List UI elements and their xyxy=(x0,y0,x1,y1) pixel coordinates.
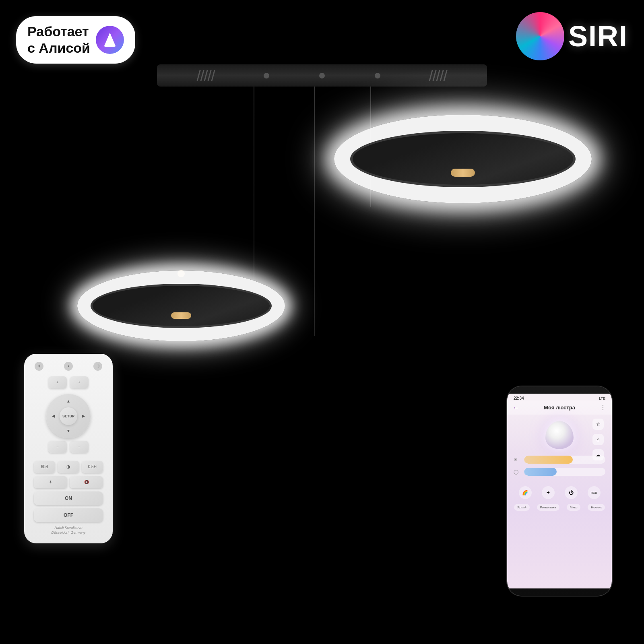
mount-screw-1 xyxy=(264,73,269,78)
remote-btn-up-left[interactable]: + xyxy=(48,376,67,388)
phone-back-btn[interactable]: ← xyxy=(513,404,519,411)
remote-icon-moon: ☽ xyxy=(93,362,102,371)
remote-top-icons: ☀ • ☽ xyxy=(31,362,106,371)
phone-ctrl-scene[interactable]: 🌈 xyxy=(519,486,532,499)
phone-header: ← Моя люстра ⋮ xyxy=(507,400,612,415)
alice-text-line2: с Алисой xyxy=(27,40,90,56)
phone-screen: 22:34 LTE ← Моя люстра ⋮ ☆ ⌂ ☁ ☀ ◯ xyxy=(507,394,612,588)
alice-text-line1: Работает xyxy=(27,23,90,40)
phone-controls-row: 🌈 ✦ ⏻ RGB xyxy=(507,483,612,502)
ceiling-mount xyxy=(157,64,487,87)
phone-brightness-slider[interactable] xyxy=(524,456,605,464)
ring-accent-large xyxy=(451,169,475,177)
phone-side-icons: ☆ ⌂ ☁ xyxy=(592,419,604,460)
phone-icon-home[interactable]: ⌂ xyxy=(592,434,604,445)
phone-ctrl-rgb[interactable]: RGB xyxy=(588,486,601,499)
remote-nav-up[interactable]: ▲ xyxy=(63,396,74,407)
remote-60s-btn[interactable]: 60S xyxy=(34,461,55,473)
remote-btn-dn-right[interactable]: − xyxy=(70,441,89,453)
phone-title: Моя люстра xyxy=(544,405,575,411)
siri-icon xyxy=(516,12,564,60)
remote-nav-right[interactable]: ▶ xyxy=(78,411,89,422)
phone-bulb-area: ☆ ⌂ ☁ xyxy=(507,415,612,452)
smartphone: 22:34 LTE ← Моя люстра ⋮ ☆ ⌂ ☁ ☀ ◯ xyxy=(507,386,612,596)
mount-screw-3 xyxy=(375,73,380,78)
phone-bulb-icon xyxy=(545,421,574,449)
remote-timer-row: 60S ◑ 0.5H xyxy=(31,461,106,473)
remote-nav-left[interactable]: ◀ xyxy=(48,411,59,422)
phone-signal: LTE xyxy=(599,396,605,400)
remote-btn-up-right[interactable]: + xyxy=(70,376,89,388)
remote-brand: Natali Kovaltseva Düsseldorf, Germany xyxy=(31,525,106,535)
phone-ctrl-color[interactable]: ✦ xyxy=(542,486,555,499)
wire-1 xyxy=(254,87,254,280)
remote-icon-sun: ☀ xyxy=(35,362,43,371)
phone-icon-star[interactable]: ☆ xyxy=(592,419,604,430)
phone-brightness-slider-row: ☀ xyxy=(514,456,605,464)
ring-body-large xyxy=(350,131,576,187)
phone-notch xyxy=(543,386,576,394)
remote-setup-btn[interactable]: SETUP xyxy=(60,407,77,425)
ring-light-large xyxy=(338,119,588,199)
siri-badge: SIRI xyxy=(516,12,628,60)
remote-nav-ring: ◀ ▶ ▲ ▼ SETUP xyxy=(46,394,91,438)
ring-body-small xyxy=(91,284,272,328)
remote-nav-group: + + ◀ ▶ ▲ ▼ SETUP − − xyxy=(31,376,106,456)
siri-label: SIRI xyxy=(568,20,628,53)
remote-btn-dn-left[interactable]: − xyxy=(48,441,67,453)
ring-accent-small xyxy=(171,312,191,319)
phone-sliders: ☀ ◯ xyxy=(507,452,612,483)
remote-mode-btn[interactable]: ☀ xyxy=(34,476,67,488)
phone-mode-row: Яркий Романтика Микс Ночник xyxy=(507,502,612,514)
phone-color-slider[interactable] xyxy=(524,468,605,476)
remote-extra-row: ☀ 🔇 xyxy=(31,476,106,488)
phone-status-bar: 22:34 LTE xyxy=(507,394,612,400)
phone-color-icon: ◯ xyxy=(514,469,521,475)
remote-off-btn[interactable]: OFF xyxy=(34,508,103,522)
alice-badge: Работает с Алисой xyxy=(16,16,135,64)
phone-color-slider-row: ◯ xyxy=(514,468,605,476)
mount-screw-2 xyxy=(319,73,325,78)
remote-icon-dot: • xyxy=(64,362,73,371)
phone-color-fill xyxy=(524,468,557,476)
phone-menu-btn[interactable]: ⋮ xyxy=(600,404,606,411)
remote-on-btn[interactable]: ON xyxy=(34,491,103,505)
mount-vent-right xyxy=(430,70,446,81)
remote-brightness-btn[interactable]: ◑ xyxy=(58,461,79,473)
remote-05h-btn[interactable]: 0.5H xyxy=(82,461,103,473)
mount-vent-left xyxy=(198,70,214,81)
alice-icon xyxy=(96,26,124,54)
phone-mode-mix[interactable]: Микс xyxy=(567,504,581,511)
phone-mode-romance[interactable]: Романтика xyxy=(537,504,559,511)
remote-nav-down[interactable]: ▼ xyxy=(63,425,74,437)
phone-mode-bright[interactable]: Яркий xyxy=(514,504,530,511)
phone-brightness-icon: ☀ xyxy=(514,457,521,462)
ring-light-small xyxy=(80,274,282,338)
phone-brightness-fill xyxy=(524,456,573,464)
wire-2 xyxy=(314,87,315,336)
phone-mode-night[interactable]: Ночник xyxy=(588,504,605,511)
phone-time: 22:34 xyxy=(514,396,524,400)
remote-control: ☀ • ☽ + + ◀ ▶ ▲ ▼ SETUP − − 60S xyxy=(24,354,113,543)
remote-mute-btn[interactable]: 🔇 xyxy=(70,476,103,488)
phone-ctrl-power[interactable]: ⏻ xyxy=(565,486,578,499)
